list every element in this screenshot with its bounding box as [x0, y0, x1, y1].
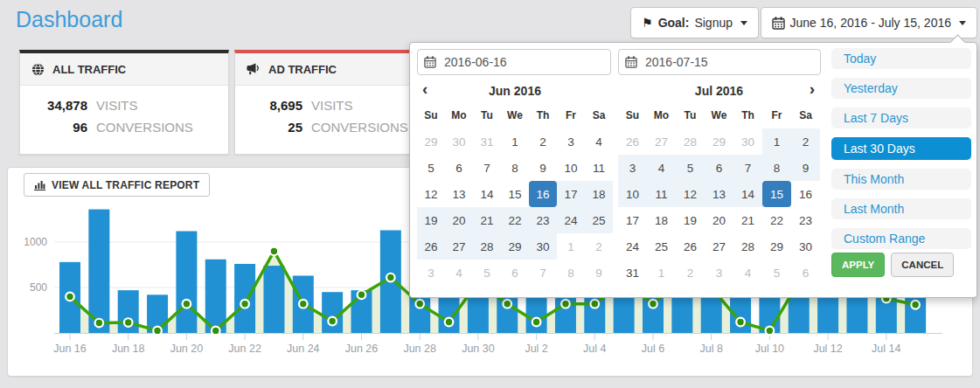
calendar-day[interactable]: 2 — [791, 128, 820, 155]
calendar-day[interactable]: 30 — [733, 128, 762, 155]
conversions-point[interactable] — [649, 300, 657, 308]
calendar-day[interactable]: 4 — [647, 155, 676, 181]
conversions-point[interactable] — [299, 300, 308, 308]
conversions-point[interactable] — [66, 293, 74, 301]
calendar-day[interactable]: 8 — [762, 155, 791, 181]
conversions-point[interactable] — [270, 247, 279, 256]
calendar-day[interactable]: 1 — [762, 128, 791, 155]
conversions-point[interactable] — [415, 300, 424, 308]
calendar-day[interactable]: 19 — [417, 207, 445, 233]
calendar-day-selected[interactable]: 15 — [762, 181, 791, 207]
calendar-day[interactable]: 2 — [585, 233, 613, 260]
calendar-day[interactable]: 26 — [417, 233, 445, 260]
calendar-day[interactable]: 28 — [473, 233, 501, 260]
conversions-point[interactable] — [95, 319, 104, 328]
calendar-day[interactable]: 23 — [791, 207, 820, 233]
start-date-input[interactable] — [417, 49, 611, 75]
calendar-day[interactable]: 5 — [473, 260, 501, 286]
calendar-day[interactable]: 2 — [529, 128, 557, 155]
calendar-day[interactable]: 14 — [733, 181, 762, 207]
calendar-day[interactable]: 19 — [676, 207, 705, 233]
calendar-day[interactable]: 15 — [501, 181, 529, 207]
calendar-day[interactable]: 6 — [791, 260, 820, 286]
calendar-day[interactable]: 28 — [733, 233, 762, 260]
calendar-day[interactable]: 29 — [417, 128, 445, 155]
calendar-day[interactable]: 5 — [417, 155, 445, 181]
conversions-point[interactable] — [212, 327, 220, 336]
apply-button[interactable]: APPLY — [831, 253, 885, 277]
calendar-day[interactable]: 7 — [473, 155, 501, 181]
range-this-month[interactable]: This Month — [831, 169, 971, 190]
conversions-point[interactable] — [503, 300, 511, 308]
calendar-day[interactable]: 8 — [501, 155, 529, 181]
goal-dropdown-button[interactable]: ⚑ Goal: Signup — [630, 7, 759, 38]
range-last-month[interactable]: Last Month — [831, 198, 971, 219]
calendar-day[interactable]: 27 — [705, 233, 733, 260]
calendar-day[interactable]: 13 — [705, 181, 733, 207]
calendar-day[interactable]: 5 — [762, 260, 791, 286]
calendar-day[interactable]: 29 — [705, 128, 733, 155]
calendar-day[interactable]: 30 — [445, 128, 473, 155]
calendar-day-selected[interactable]: 16 — [529, 181, 557, 207]
calendar-day[interactable]: 20 — [705, 207, 733, 233]
calendar-day[interactable]: 12 — [417, 181, 445, 207]
calendar-day[interactable]: 10 — [557, 155, 585, 181]
calendar-day[interactable]: 1 — [501, 128, 529, 155]
calendar-day[interactable]: 4 — [733, 260, 762, 286]
calendar-day[interactable]: 12 — [676, 181, 705, 207]
calendar-day[interactable]: 1 — [557, 233, 585, 260]
calendar-day[interactable]: 21 — [733, 207, 762, 233]
calendar-day[interactable]: 3 — [557, 128, 585, 155]
calendar-day[interactable]: 26 — [618, 128, 647, 155]
calendar-day[interactable]: 11 — [647, 181, 676, 207]
calendar-day[interactable]: 3 — [618, 155, 647, 181]
calendar-day[interactable]: 21 — [473, 207, 501, 233]
conversions-point[interactable] — [183, 300, 191, 308]
conversions-point[interactable] — [386, 274, 395, 282]
calendar-day[interactable]: 28 — [676, 128, 705, 155]
calendar-day[interactable]: 20 — [445, 207, 473, 233]
conversions-point[interactable] — [445, 318, 454, 327]
calendar-day[interactable]: 18 — [647, 207, 676, 233]
calendar-day[interactable]: 3 — [705, 260, 733, 286]
range-yesterday[interactable]: Yesterday — [831, 78, 971, 99]
end-date-input[interactable] — [618, 49, 821, 75]
calendar-day[interactable]: 18 — [585, 181, 613, 207]
calendar-day[interactable]: 30 — [529, 233, 557, 260]
cancel-button[interactable]: CANCEL — [891, 253, 954, 277]
calendar-day[interactable]: 17 — [618, 207, 647, 233]
conversions-point[interactable] — [561, 300, 570, 308]
visits-bar[interactable] — [263, 266, 284, 333]
calendar-day[interactable]: 25 — [585, 207, 613, 233]
calendar-day[interactable]: 22 — [501, 207, 529, 233]
range-last-30-days[interactable]: Last 30 Days — [831, 137, 971, 160]
view-all-traffic-report-button[interactable]: VIEW ALL TRAFFIC REPORT — [24, 173, 210, 197]
calendar-day[interactable]: 7 — [529, 260, 557, 286]
date-range-button[interactable]: June 16, 2016 - July 15, 2016 — [761, 7, 977, 38]
calendar-day[interactable]: 9 — [585, 260, 613, 286]
conversions-point[interactable] — [532, 318, 541, 327]
range-custom-range[interactable]: Custom Range — [831, 228, 971, 249]
conversions-point[interactable] — [124, 318, 133, 327]
calendar-day[interactable]: 4 — [585, 128, 613, 155]
calendar-day[interactable]: 7 — [733, 155, 762, 181]
conversions-point[interactable] — [591, 300, 600, 308]
calendar-day[interactable]: 17 — [557, 181, 585, 207]
calendar-day[interactable]: 22 — [762, 207, 791, 233]
calendar-day[interactable]: 24 — [618, 233, 647, 260]
conversions-point[interactable] — [358, 291, 366, 300]
conversions-point[interactable] — [766, 327, 775, 336]
calendar-day[interactable]: 11 — [585, 155, 613, 181]
calendar-day[interactable]: 29 — [501, 233, 529, 260]
prev-month-button[interactable]: ‹ — [417, 78, 433, 100]
calendar-day[interactable]: 31 — [618, 260, 647, 286]
calendar-day[interactable]: 1 — [647, 260, 676, 286]
visits-bar[interactable] — [176, 232, 197, 333]
calendar-day[interactable]: 9 — [791, 155, 820, 181]
calendar-day[interactable]: 5 — [676, 155, 705, 181]
conversions-point[interactable] — [911, 301, 920, 309]
calendar-day[interactable]: 16 — [791, 181, 820, 207]
calendar-day[interactable]: 6 — [501, 260, 529, 286]
calendar-day[interactable]: 29 — [762, 233, 791, 260]
calendar-day[interactable]: 8 — [557, 260, 585, 286]
